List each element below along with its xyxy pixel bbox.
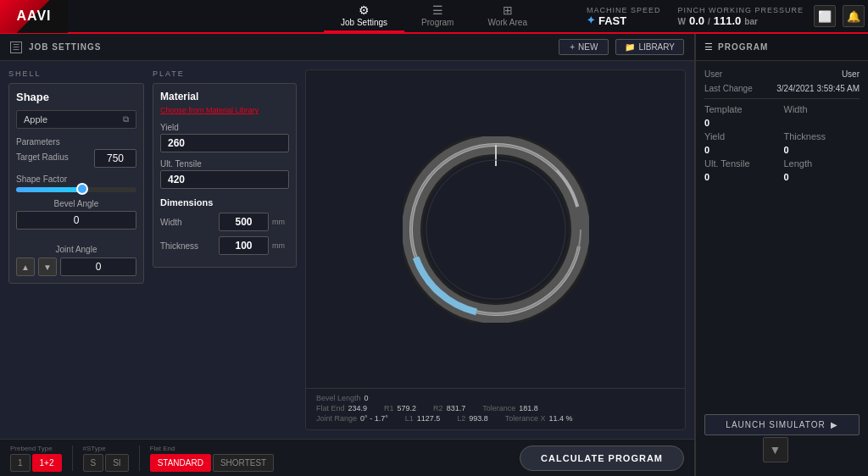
prog-width-label: Width xyxy=(784,104,860,114)
r1-stat-label: R1 xyxy=(384,404,394,412)
plus-icon: + xyxy=(570,42,575,52)
prebend-1plus2-button[interactable]: 1+2 xyxy=(32,454,62,472)
prog-ult-tensile-label: Ult. Tensile xyxy=(704,158,781,169)
l1-stat: L1 1127.5 xyxy=(405,414,441,423)
parameters-label: Parameters xyxy=(16,137,136,147)
width-label: Width xyxy=(160,218,215,227)
tolerance-x-stat-value: 11.4 % xyxy=(548,414,572,423)
joint-angle-input[interactable]: 0 xyxy=(60,257,136,276)
bevel-angle-section: Bevel Angle 0 xyxy=(16,199,136,230)
si-button[interactable]: SI xyxy=(105,454,128,472)
prog-thickness-label: Thickness xyxy=(784,131,860,141)
bottom-bar: Prebend Type 1 1+2 #SType S SI Flat End … xyxy=(0,439,694,476)
preview-canvas xyxy=(306,70,685,388)
plate-section-label: PLATE xyxy=(153,69,297,78)
launch-simulator-button[interactable]: LAUNCH SIMULATOR ▶ xyxy=(704,414,860,435)
ult-tensile-value: 420 xyxy=(168,174,185,185)
ring-svg xyxy=(403,136,589,323)
program-title: PROGRAM xyxy=(718,42,768,52)
ult-tensile-label: Ult. Tensile xyxy=(160,159,289,169)
joint-angle-label: Joint Angle xyxy=(16,245,136,254)
bevel-angle-input[interactable]: 0 xyxy=(16,211,136,230)
shape-preview: Bevel Length 0 Flat End 234.9 R1 579.2 xyxy=(305,69,686,430)
bevel-length-stat-value: 0 xyxy=(364,394,369,402)
job-settings-actions: + NEW 📁 LIBRARY xyxy=(559,39,684,55)
shape-box: Shape Apple ⧉ Parameters Target Radius 7… xyxy=(8,83,144,284)
pinch-pressure-block: PINCH WORKING PRESSURE W 0.0 / 111.0 bar xyxy=(677,6,804,27)
joint-range-stat-label: Joint Range xyxy=(316,414,357,423)
s-button[interactable]: S xyxy=(83,454,104,472)
user-row: User User xyxy=(704,69,860,79)
svg-point-5 xyxy=(426,160,565,299)
separator-1 xyxy=(72,446,73,471)
tab-job-settings-label: Job Settings xyxy=(341,18,387,27)
pinch-values: W 0.0 / 111.0 bar xyxy=(677,14,757,27)
width-input[interactable]: 500 xyxy=(219,213,269,231)
thickness-label: Thickness xyxy=(160,241,215,251)
prog-width-value: 0 xyxy=(704,118,781,128)
joint-angle-down-button[interactable]: ▲ xyxy=(16,257,35,276)
tab-work-area[interactable]: ⊞ Work Area xyxy=(470,0,544,32)
machine-speed-value: ✦ FAST xyxy=(587,14,626,27)
joint-range-stat-value: 0° - 1.7° xyxy=(360,414,388,423)
tab-program[interactable]: ☰ Program xyxy=(404,0,470,32)
preview-stats: Bevel Length 0 Flat End 234.9 R1 579.2 xyxy=(306,388,685,429)
new-button[interactable]: + NEW xyxy=(559,39,609,55)
thickness-input[interactable]: 100 xyxy=(219,236,269,255)
flat-end-group: Flat End STANDARD SHORTEST xyxy=(150,445,275,472)
joint-angle-up-button[interactable]: ▼ xyxy=(38,257,57,276)
work-area-icon: ⊞ xyxy=(503,3,513,17)
r1-stat: R1 579.2 xyxy=(384,404,416,412)
stats-row-2: Flat End 234.9 R1 579.2 R2 831.7 Toler xyxy=(316,404,675,412)
shape-factor-slider[interactable] xyxy=(16,187,136,192)
library-button[interactable]: 📁 LIBRARY xyxy=(615,39,684,55)
target-radius-input[interactable]: 750 xyxy=(94,149,136,168)
prog-template-label: Template xyxy=(704,104,781,114)
prog-thickness-value: 0 xyxy=(784,145,860,155)
r2-stat: R2 831.7 xyxy=(433,404,465,412)
shape-factor-row: Shape Factor xyxy=(16,174,136,192)
program-icon: ☰ xyxy=(432,3,443,17)
prebend-type-buttons: 1 1+2 xyxy=(10,454,62,472)
l2-stat-label: L2 xyxy=(457,414,465,423)
shape-input-row[interactable]: Apple ⧉ xyxy=(16,110,136,129)
ult-tensile-input[interactable]: 420 xyxy=(160,170,289,189)
prog-length-value: 0 xyxy=(784,172,860,182)
prog-ult-tensile-value: 0 xyxy=(704,172,781,182)
standard-button[interactable]: STANDARD xyxy=(150,454,211,472)
prog-yield-value: 0 xyxy=(704,145,781,155)
machine-info: MACHINE SPEED ✦ FAST PINCH WORKING PRESS… xyxy=(587,6,814,27)
notification-icon[interactable]: 🔔 xyxy=(843,5,865,27)
prog-divider-1 xyxy=(704,98,860,99)
dimensions-title: Dimensions xyxy=(160,197,289,208)
pinch-pressure-label: PINCH WORKING PRESSURE xyxy=(677,6,804,14)
width-row: Width 500 mm xyxy=(160,213,289,231)
window-icon[interactable]: ⬜ xyxy=(814,5,836,27)
l1-stat-label: L1 xyxy=(405,414,414,423)
slider-thumb[interactable] xyxy=(76,183,88,195)
yield-row: Yield 260 xyxy=(160,123,289,152)
r2-stat-label: R2 xyxy=(433,404,443,412)
tolerance-stat-label: Tolerance xyxy=(482,404,515,412)
right-panel: ☰ PROGRAM User User Last Change 3/24/202… xyxy=(695,34,868,476)
job-settings-icon: ⚙ xyxy=(359,3,370,17)
last-change-value: 3/24/2021 3:59:45 AM xyxy=(776,84,860,93)
shortest-button[interactable]: SHORTEST xyxy=(213,454,274,472)
yield-input[interactable]: 260 xyxy=(160,134,289,152)
tab-job-settings[interactable]: ⚙ Job Settings xyxy=(324,0,404,32)
prebend-1-button[interactable]: 1 xyxy=(10,454,31,472)
material-title: Material xyxy=(160,91,289,102)
flat-end-stat: Flat End 234.9 xyxy=(316,404,367,412)
choose-material-link[interactable]: Choose from Material Library xyxy=(160,106,289,114)
user-label: User xyxy=(704,69,722,79)
flat-end-buttons: STANDARD SHORTEST xyxy=(150,454,275,472)
joint-angle-row: ▲ ▼ 0 xyxy=(16,257,136,276)
flat-end-stat-label: Flat End xyxy=(316,404,345,412)
calculate-program-button[interactable]: CALCULATE PROGRAM xyxy=(520,446,684,471)
tab-program-label: Program xyxy=(421,18,453,27)
scroll-down-button[interactable]: ▼ xyxy=(763,437,788,462)
prebend-type-group: Prebend Type 1 1+2 xyxy=(10,445,62,472)
plate-panel: PLATE Material Choose from Material Libr… xyxy=(153,69,297,430)
tolerance-x-stat: Tolerance X 11.4 % xyxy=(505,414,573,423)
top-right-icons: ⬜ 🔔 xyxy=(814,5,868,27)
